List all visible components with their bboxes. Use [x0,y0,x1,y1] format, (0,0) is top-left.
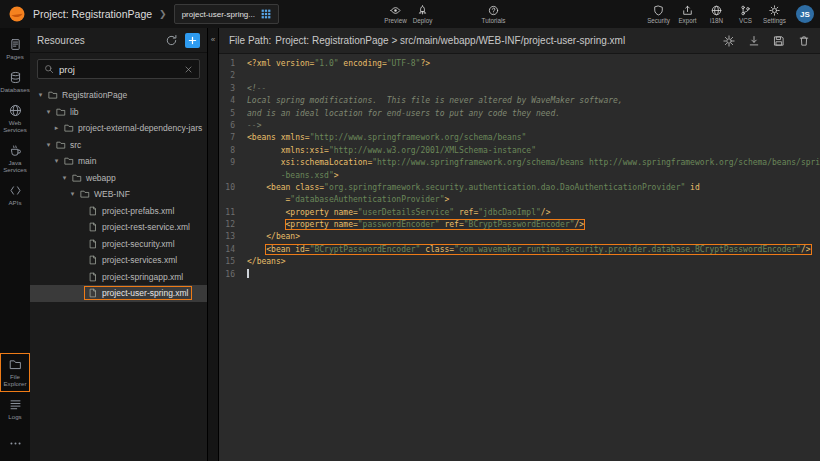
trash-icon[interactable] [798,35,810,47]
tree-item-RegistrationPage[interactable]: ▾RegistrationPage [30,87,207,104]
tree-item-label: lib [70,107,79,117]
tree-item-label: project-user-spring.xml [102,288,188,298]
more-menu-button[interactable] [1,433,29,454]
folder-icon [56,107,66,117]
code-line[interactable]: 16 [219,269,820,281]
code-line[interactable]: -beans.xsd"> [219,170,820,182]
add-resource-button[interactable] [185,33,200,48]
code-area[interactable]: 1<?xml version="1.0" encoding="UTF-8"?>2… [219,54,820,461]
sidebar-item-label: File Explorer [1,373,29,387]
tree-item-project-rest-service.xml[interactable]: project-rest-service.xml [30,219,207,236]
code-line[interactable]: 10 <bean class="org.springframework.secu… [219,182,820,194]
shield-icon [653,5,664,16]
search-input[interactable] [59,64,179,75]
tree-item-project-security.xml[interactable]: project-security.xml [30,236,207,253]
refresh-icon[interactable] [165,34,178,47]
tree-item-label: src [70,140,81,150]
collapse-panel-button[interactable]: « [211,35,215,44]
tree-item-WEB-INF[interactable]: ▾WEB-INF [30,186,207,203]
chevron-right-icon: ❯ [159,9,167,19]
tree-item-label: project-rest-service.xml [102,222,190,232]
sidebar-item-label: Logs [8,413,21,420]
branch-icon [740,5,751,16]
gear-icon[interactable] [723,35,735,47]
code-line[interactable]: ="databaseAuthenticationProvider"> [219,194,820,206]
line-number: 12 [219,219,241,231]
chevron-down-icon[interactable]: ▾ [44,108,53,116]
code-line[interactable]: 4Local spring modifications. This file i… [219,95,820,107]
code-line[interactable]: 12 <property name="passwordEncoder" ref=… [219,219,820,231]
line-number: 14 [219,244,241,256]
topbar-action-i18n[interactable]: i18N [703,5,730,24]
tree-item-label: project-external-dependency-jars [78,123,202,133]
clear-search-icon[interactable] [184,65,193,74]
sidebar-item-label: Web Services [1,119,29,133]
topbar-action-label: Export [678,17,696,24]
sidebar-item-logs[interactable]: Logs [1,394,29,424]
tree-item-project-springapp.xml[interactable]: project-springapp.xml [30,269,207,286]
chevron-right-icon[interactable]: ▸ [52,124,61,132]
topbar-action-settings[interactable]: Settings [761,5,788,24]
sidebar-item-file-explorer[interactable]: File Explorer [1,354,29,391]
code-line[interactable]: 14 <bean id="BCryptPasswordEncoder" clas… [219,244,820,256]
code-line[interactable]: 9 xsi:schemaLocation="http://www.springf… [219,157,820,169]
topbar-action-security[interactable]: Security [645,5,672,24]
editor: File Path: Project: RegistrationPage > s… [219,28,820,461]
tree-item-webapp[interactable]: ▾webapp [30,170,207,187]
line-number: 1 [219,58,241,70]
topbar-action-vcs[interactable]: VCS [732,5,759,24]
save-icon[interactable] [773,35,785,47]
app-window: Project: RegistrationPage ❯ project-user… [0,0,820,461]
topbar-action-tutorials[interactable]: Tutorials [480,5,507,24]
code-line[interactable]: 2 [219,70,820,82]
tree-item-label: project-security.xml [102,239,175,249]
sidebar-item-databases[interactable]: Databases [1,67,29,97]
chevron-down-icon[interactable]: ▾ [44,141,53,149]
sidebar-item-web-services[interactable]: Web Services [1,100,29,137]
code-line[interactable]: 13 </bean> [219,231,820,243]
sidebar-item-pages[interactable]: Pages [1,34,29,64]
line-number: 15 [219,256,241,268]
code-line[interactable]: 5and is an ideal location for end-users … [219,108,820,120]
tree-item-src[interactable]: ▾src [30,137,207,154]
file-path-label: File Path: [229,35,271,46]
code-brackets-icon [9,184,22,197]
code-line[interactable]: 7<beans xmlns="http://www.springframewor… [219,132,820,144]
left-sidebar: PagesDatabasesWeb ServicesJava ServicesA… [0,28,30,461]
tree-item-project-user-spring.xml[interactable]: project-user-spring.xml [30,285,207,302]
tree-item-label: project-springapp.xml [102,272,183,282]
code-line[interactable]: 11 <property name="userDetailsService" r… [219,207,820,219]
resources-panel: Resources ▾RegistrationPage▾lib▸project-… [30,28,208,461]
code-line[interactable]: 1<?xml version="1.0" encoding="UTF-8"?> [219,58,820,70]
tree-item-label: project-services.xml [102,255,177,265]
tree-item-project-external-dependency-jars[interactable]: ▸project-external-dependency-jars [30,120,207,137]
code-line[interactable]: 8 xmlns:xsi="http://www.w3.org/2001/XMLS… [219,145,820,157]
code-line[interactable]: 15</beans> [219,256,820,268]
ellipsis-icon [9,437,22,450]
topbar-action-deploy[interactable]: Deploy [409,5,436,24]
sidebar-item-apis[interactable]: APIs [1,180,29,210]
user-avatar[interactable]: JS [796,5,814,23]
line-number: 2 [219,70,241,82]
folder-icon [72,173,82,183]
topbar-action-export[interactable]: Export [674,5,701,24]
topbar-action-preview[interactable]: Preview [382,5,409,24]
file-tab[interactable]: project-user-spring... [174,4,279,24]
tree-item-label: webapp [86,173,116,183]
tree-item-project-prefabs.xml[interactable]: project-prefabs.xml [30,203,207,220]
chevron-down-icon[interactable]: ▾ [36,91,45,99]
chevron-down-icon[interactable]: ▾ [60,174,69,182]
line-number: 7 [219,132,241,144]
chevron-down-icon[interactable]: ▾ [52,157,61,165]
grid-icon[interactable] [261,9,271,19]
chevron-down-icon[interactable]: ▾ [68,190,77,198]
tree-item-main[interactable]: ▾main [30,153,207,170]
line-number: 5 [219,108,241,120]
tree-item-project-services.xml[interactable]: project-services.xml [30,252,207,269]
download-icon[interactable] [748,35,760,47]
code-line[interactable]: 6--> [219,120,820,132]
code-line[interactable]: 3<!-- [219,83,820,95]
sidebar-item-java-services[interactable]: Java Services [1,140,29,177]
tree-item-lib[interactable]: ▾lib [30,104,207,121]
line-number: 6 [219,120,241,132]
